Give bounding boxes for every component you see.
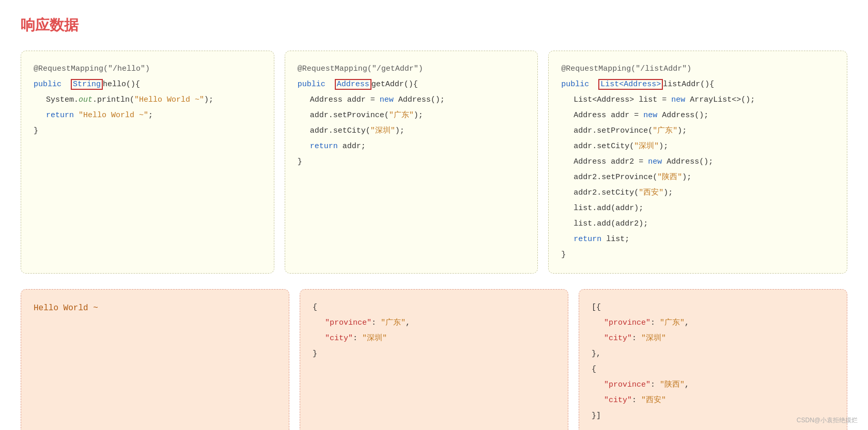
- json-key-province-2: "province": [604, 380, 650, 389]
- code-line-listaddr-sig: public List<Address>listAddr(){: [561, 77, 834, 92]
- watermark: CSDN@小袁拒绝摸烂: [797, 416, 858, 425]
- out-italic: out: [79, 95, 92, 104]
- kw-public-2: public: [298, 80, 326, 89]
- result-box-hello: Hello World ~: [21, 289, 289, 430]
- code-line-list-add-1: list.add(addr);: [574, 201, 834, 216]
- result-box-addr: { "province": "广东", "city": "深圳" }: [300, 289, 568, 430]
- json-province-line: "province": "广东",: [325, 315, 555, 331]
- code-line-addr2-province: addr2.setProvince("陕西");: [574, 170, 834, 185]
- code-box-hello: @RequestMapping("/hello") public Stringh…: [21, 51, 274, 274]
- code-line-addr-city-2: addr.setCity("深圳");: [574, 139, 834, 154]
- code-box-getaddr: @RequestMapping("/getAddr") public Addre…: [285, 51, 538, 274]
- bottom-result-row: Hello World ~ { "province": "广东", "city"…: [21, 289, 847, 430]
- code-line-close-1: }: [34, 123, 261, 139]
- json-province-2: "province": "陕西",: [604, 377, 834, 393]
- code-line-system: System.out.println("Hello World ~");: [46, 92, 261, 108]
- return-val-hello: "Hello World ~": [79, 111, 148, 120]
- kw-return-1: return: [46, 111, 74, 120]
- code-line-hello-sig: public Stringhello(){: [34, 77, 261, 92]
- code-line-return-hello: return "Hello World ~";: [46, 108, 261, 123]
- json-key-city-2: "city": [604, 396, 632, 405]
- code-line-list-new: List<Address> list = new ArrayList<>();: [574, 92, 834, 108]
- annotation-hello: @RequestMapping("/hello"): [34, 61, 261, 77]
- println-rest: .println("Hello World ~");: [92, 95, 213, 104]
- method-hello: hello(){: [103, 80, 140, 89]
- json-obj-2-open: {: [592, 362, 834, 377]
- json-obj-sep: },: [592, 346, 834, 362]
- code-line-return-list: return list;: [574, 232, 834, 247]
- json-key-province-1: "province": [604, 318, 650, 327]
- result-box-list: [{ "province": "广东", "city": "深圳" }, { "…: [579, 289, 847, 430]
- annotation-listaddr: @RequestMapping("/listAddr"): [561, 61, 834, 77]
- system-prefix: System.: [46, 95, 79, 104]
- json-city-line: "city": "深圳": [325, 331, 555, 346]
- code-line-addr-new: Address addr = new Address();: [310, 92, 525, 108]
- result-text-hello: Hello World ~: [34, 304, 98, 313]
- json-key-province: "province": [325, 318, 371, 327]
- page-title: 响应数据: [21, 15, 847, 35]
- json-val-city-1: "深圳": [641, 334, 666, 343]
- annotation-getaddr: @RequestMapping("/getAddr"): [298, 61, 525, 77]
- json-arr-open: [{: [592, 300, 834, 315]
- kw-public-1: public: [34, 80, 61, 89]
- json-province-1: "province": "广东",: [604, 315, 834, 331]
- json-brace-open: {: [313, 300, 555, 315]
- json-city-2: "city": "西安": [604, 393, 834, 408]
- code-line-getaddr-sig: public AddressgetAddr(){: [298, 77, 525, 92]
- json-brace-close: }: [313, 346, 555, 362]
- method-getaddr: getAddr(){: [371, 80, 418, 89]
- type-address: Address: [335, 79, 371, 90]
- json-val-city: "深圳": [362, 334, 387, 343]
- code-line-addr-province-2: addr.setProvince("广东");: [574, 123, 834, 139]
- code-line-close-2: }: [298, 154, 525, 170]
- code-line-addr-province: addr.setProvince("广东");: [310, 108, 525, 123]
- code-box-listaddr: @RequestMapping("/listAddr") public List…: [548, 51, 847, 274]
- code-line-addr-city: addr.setCity("深圳");: [310, 123, 525, 139]
- json-val-city-2: "西安": [641, 396, 666, 405]
- json-val-province-2: "陕西": [660, 380, 685, 389]
- type-string: String: [71, 79, 103, 90]
- code-line-addr2-city: addr2.setCity("西安");: [574, 185, 834, 201]
- json-val-province-1: "广东": [660, 318, 685, 327]
- json-key-city: "city": [325, 334, 353, 343]
- code-line-return-addr: return addr;: [310, 139, 525, 154]
- code-line-addr2-new: Address addr2 = new Address();: [574, 154, 834, 170]
- top-code-row: @RequestMapping("/hello") public Stringh…: [21, 51, 847, 274]
- code-line-addr-new-2: Address addr = new Address();: [574, 108, 834, 123]
- kw-public-3: public: [561, 80, 589, 89]
- method-listaddr: listAddr(){: [663, 80, 714, 89]
- json-key-city-1: "city": [604, 334, 632, 343]
- type-list-address: List<Address>: [598, 79, 663, 90]
- code-line-list-add-2: list.add(addr2);: [574, 216, 834, 232]
- json-city-1: "city": "深圳": [604, 331, 834, 346]
- code-line-close-3: }: [561, 247, 834, 263]
- json-val-province: "广东": [381, 318, 406, 327]
